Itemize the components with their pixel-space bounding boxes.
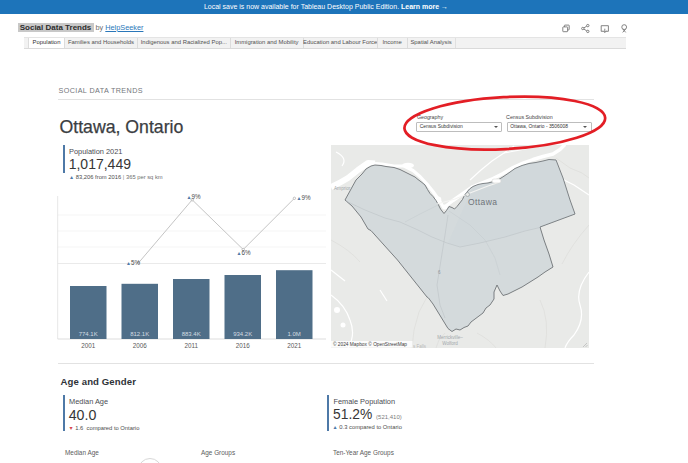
svg-text:934.2K: 934.2K — [233, 331, 252, 337]
svg-text:s Falls: s Falls — [413, 344, 427, 349]
svg-text:774.1K: 774.1K — [79, 331, 98, 337]
svg-text:▲6%: ▲6% — [237, 249, 251, 256]
svg-text:▲9%: ▲9% — [297, 194, 311, 201]
svg-text:Wolford: Wolford — [442, 341, 458, 346]
svg-text:Merrickville–: Merrickville– — [437, 335, 463, 340]
svg-text:Arnprior: Arnprior — [334, 186, 351, 191]
svg-text:▲5%: ▲5% — [126, 259, 140, 266]
svg-text:2016: 2016 — [236, 342, 251, 349]
svg-text:2011: 2011 — [184, 342, 198, 349]
svg-text:Ottawa: Ottawa — [468, 197, 497, 207]
svg-text:1.0M: 1.0M — [288, 331, 301, 337]
svg-text:812.1K: 812.1K — [130, 331, 149, 337]
svg-text:▲9%: ▲9% — [187, 193, 201, 200]
svg-text:2001: 2001 — [81, 342, 96, 349]
svg-text:2021: 2021 — [287, 342, 302, 349]
svg-text:883.4K: 883.4K — [182, 331, 201, 337]
svg-text:2006: 2006 — [133, 342, 148, 349]
svg-text:© 2024 Mapbox © OpenStreetMap: © 2024 Mapbox © OpenStreetMap — [333, 341, 407, 347]
